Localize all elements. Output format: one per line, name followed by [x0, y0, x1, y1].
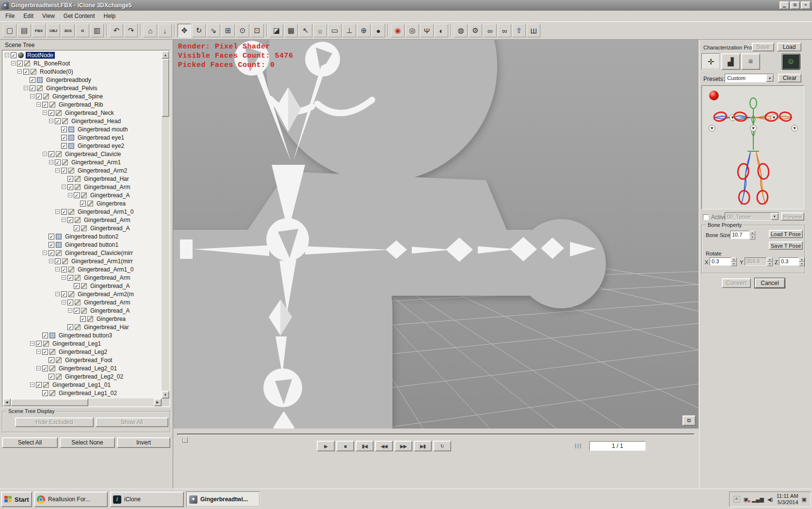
scroll-left-icon[interactable]: ◀	[3, 398, 11, 406]
tree-item[interactable]: − ✓ Gingerbread button2	[3, 232, 162, 240]
collapse-icon[interactable]: −	[36, 366, 41, 370]
tree-item[interactable]: − ✓ Gingerbread button1	[3, 240, 162, 249]
globe-button[interactable]: ◍	[454, 24, 468, 37]
tree-item[interactable]: − ✓ Gingerbread_Pelvis	[3, 84, 162, 92]
visibility-checkbox[interactable]: ✓	[36, 382, 42, 388]
scroll-right-icon[interactable]: ▶	[154, 398, 162, 406]
spinner-arrows[interactable]: ▲▼	[749, 231, 755, 239]
collapse-icon[interactable]: −	[49, 259, 53, 263]
collapse-icon[interactable]: −	[30, 94, 34, 98]
visibility-checkbox[interactable]: ✓	[42, 349, 48, 355]
glasses-button[interactable]: ∞	[483, 24, 497, 37]
bone-dropdown-icon[interactable]	[750, 125, 757, 131]
tree-horizontal-scrollbar[interactable]: ◀ ▶	[3, 398, 162, 406]
rotate-z-value[interactable]: 0.3	[779, 257, 799, 266]
visibility-checkbox[interactable]: ✓	[61, 267, 67, 272]
pick-mesh-button[interactable]: ↖	[299, 24, 312, 37]
tree-item[interactable]: − ✓ Gingerbread_Leg1_02	[3, 389, 162, 397]
pose-dropdown[interactable]: 00_Tpose ▼	[725, 212, 779, 221]
undo-button[interactable]: ↶	[110, 24, 123, 37]
skeleton-button[interactable]: Ψ	[420, 24, 434, 37]
visibility-checkbox[interactable]: ✓	[61, 135, 67, 141]
load-profile-button[interactable]: Load	[777, 43, 801, 51]
invert-selection-button[interactable]: Invert	[117, 437, 170, 448]
visibility-checkbox[interactable]: ✓	[67, 184, 73, 190]
spring-profile-button[interactable]: ▟	[721, 53, 740, 70]
play-button[interactable]: ▶	[317, 441, 335, 451]
scroll-down-icon[interactable]: ▼	[162, 391, 169, 398]
visibility-checkbox[interactable]: ✓	[42, 366, 48, 371]
hide-excluded-button[interactable]: Hide Excluded	[15, 417, 94, 427]
facial-profile-button[interactable]: ☺	[781, 53, 800, 70]
bone-dropdown-icon[interactable]	[792, 125, 798, 131]
visibility-checkbox[interactable]: ✓	[49, 242, 54, 248]
visibility-checkbox[interactable]: ✓	[42, 102, 48, 108]
export-content-button[interactable]: ⇧	[512, 24, 526, 37]
body-profile-button[interactable]: ✛	[701, 53, 720, 70]
visibility-checkbox[interactable]: ✓	[23, 69, 29, 75]
visibility-checkbox[interactable]: ✓	[67, 217, 73, 223]
tree-item[interactable]: − ✓ Gingerbread_A	[3, 282, 162, 290]
collapse-icon[interactable]: −	[55, 168, 60, 173]
tree-item[interactable]: − ✓ Gingerbread_A	[3, 306, 162, 315]
task-iclone[interactable]: iClone	[110, 492, 184, 507]
visibility-checkbox[interactable]: ✓	[74, 225, 80, 231]
tray-clock[interactable]: 11:11 AM 5/3/2014	[777, 493, 798, 506]
tree-item[interactable]: − ✓ Gingerbread_Leg2_01	[3, 364, 162, 372]
axis-toggle-button[interactable]: ⊥	[342, 24, 356, 37]
visibility-checkbox[interactable]: ✓	[61, 209, 67, 215]
rotate-y-value[interactable]: 359.8	[745, 257, 767, 266]
tree-item[interactable]: − ✓ Gingerbread_Har	[3, 323, 162, 331]
restore-button[interactable]: ⧉	[790, 1, 800, 9]
modify-button[interactable]: ⚙	[469, 24, 482, 37]
tree-item[interactable]: − ✓ Gingerbread_Rib	[3, 100, 162, 109]
visibility-checkbox[interactable]: ✓	[80, 201, 86, 207]
show-all-button[interactable]: Show All	[96, 417, 168, 427]
tree-item[interactable]: − ✓ Gingerbread_Arm	[3, 273, 162, 282]
snap-scale-button[interactable]: ⊡	[250, 24, 264, 37]
tree-item[interactable]: − ✓ RootNode(0)	[3, 67, 162, 76]
bone-size-value[interactable]: 10.7	[730, 231, 749, 239]
collapse-icon[interactable]: −	[62, 300, 66, 304]
bone-size-input[interactable]: 10.7 ▲▼	[730, 231, 755, 239]
export-obj-button[interactable]: OBJ	[47, 24, 60, 37]
scroll-up-icon[interactable]: ▲	[162, 51, 169, 59]
tree-vertical-scrollbar[interactable]: ▲ ▼	[162, 51, 169, 398]
tree-item[interactable]: − ✓ Gingerbread eye2	[3, 142, 162, 150]
collapse-icon[interactable]: −	[49, 119, 53, 123]
spinner-arrows[interactable]: ▲▼	[799, 257, 805, 266]
visibility-checkbox[interactable]: ✓	[42, 390, 48, 396]
tree-item[interactable]: − ✓ Gingerbread_Arm1(mirr	[3, 257, 162, 265]
collapse-icon[interactable]: −	[68, 193, 72, 197]
collapse-icon[interactable]: −	[43, 152, 47, 156]
visibility-checkbox[interactable]: ✓	[80, 316, 86, 322]
tree-item[interactable]: − ✓ Gingerbread_Clavicle	[3, 150, 162, 158]
timeline-thumb[interactable]	[182, 435, 188, 443]
preview-button[interactable]: Preview	[781, 212, 804, 221]
visibility-checkbox[interactable]: ✓	[36, 341, 42, 347]
last-frame-button[interactable]: ▶▮	[414, 441, 432, 451]
collapse-icon[interactable]: −	[36, 102, 41, 107]
collapse-icon[interactable]: −	[11, 61, 16, 65]
snap-rotate-button[interactable]: ⊙	[236, 24, 249, 37]
task-reallusion[interactable]: Reallusion For...	[34, 492, 108, 507]
ground-toggle-button[interactable]: ⊕	[357, 24, 371, 37]
visibility-checkbox[interactable]: ✓	[67, 324, 73, 330]
tree-item[interactable]: − ✓ Gingerbread_Spine	[3, 92, 162, 100]
visibility-checkbox[interactable]: ✓	[36, 94, 42, 99]
visibility-checkbox[interactable]: ✓	[61, 143, 67, 149]
visibility-checkbox[interactable]: ✓	[49, 151, 54, 157]
tree-item[interactable]: − ✓ Gingerbread_Foot	[3, 356, 162, 364]
tree-item[interactable]: − ✓ Gingerbread_Arm	[3, 183, 162, 191]
menu-item[interactable]: View	[38, 11, 59, 21]
bone-display-button[interactable]: ◉	[391, 24, 405, 37]
tree-item[interactable]: − ✓ Gingerbread_Har	[3, 175, 162, 183]
shade-mode-button[interactable]: ●	[372, 24, 385, 37]
export-3ds-button[interactable]: 3DS	[61, 24, 75, 37]
spinner-arrows[interactable]: ▲▼	[767, 257, 773, 266]
visibility-checkbox[interactable]: ✓	[49, 234, 54, 239]
drop-to-floor-button[interactable]: ↓	[158, 24, 172, 37]
tree-item[interactable]: − ✓ RL_BoneRoot	[3, 59, 162, 67]
presets-dropdown[interactable]: Custom ▼	[725, 74, 774, 82]
cancel-button[interactable]: Cancel	[755, 278, 785, 288]
